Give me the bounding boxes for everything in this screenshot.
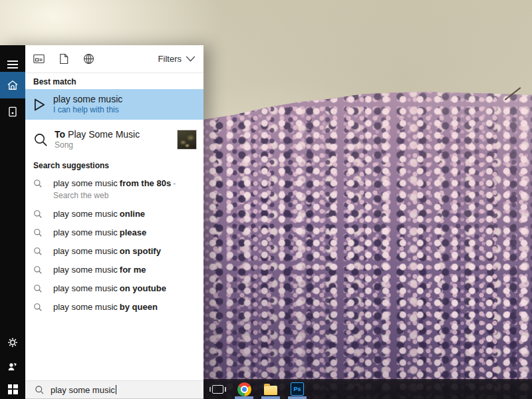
running-indicator <box>261 396 280 399</box>
notebook-icon <box>6 105 19 118</box>
running-indicator <box>235 396 253 399</box>
search-icon <box>33 265 53 275</box>
best-match-header: Best match <box>25 73 203 89</box>
suggestion-bold: by queen <box>120 302 158 312</box>
chrome-icon <box>237 382 251 396</box>
search-icon <box>33 303 53 312</box>
search-icon <box>33 209 53 219</box>
search-icon <box>33 284 53 293</box>
home-icon <box>6 78 19 92</box>
sidebar-item-home-active[interactable] <box>0 72 25 98</box>
search-input-value: play some music <box>51 385 115 395</box>
search-filter-bar: Filters <box>25 45 203 73</box>
suggestion-text: play some music <box>53 265 118 275</box>
song-result[interactable]: ToPlay Some Music Song <box>25 125 203 154</box>
song-result-text: ToPlay Some Music Song <box>55 129 177 150</box>
search-suggestion[interactable]: play some musicfrom the 80s- Search the … <box>25 174 203 205</box>
sidebar-item-feedback[interactable] <box>0 356 25 376</box>
search-suggestion[interactable]: play some musicfor me <box>25 261 203 279</box>
windows-logo-icon <box>8 384 18 394</box>
search-icon <box>33 179 53 188</box>
apps-icon <box>33 54 45 64</box>
suggestion-bold: from the 80s <box>120 178 171 188</box>
search-icon <box>33 132 55 148</box>
cortana-panel: Filters Best match play some music I can… <box>0 45 203 399</box>
suggestion-text: play some music <box>53 209 118 219</box>
best-match-text: play some music I can help with this <box>53 94 122 115</box>
text-caret <box>116 385 116 394</box>
song-title-bold: To <box>55 129 65 140</box>
search-icon <box>33 228 53 237</box>
suggestion-text: play some music <box>53 246 118 256</box>
suggestion-text: play some music <box>53 227 118 237</box>
chevron-down-icon <box>186 56 196 62</box>
search-input[interactable]: play some music <box>25 380 203 399</box>
suggestion-bold: please <box>120 227 146 237</box>
best-match-title: play some music <box>53 94 122 105</box>
hamburger-icon <box>7 59 18 70</box>
search-suggestion[interactable]: play some musicplease <box>25 223 203 242</box>
sidebar-item-notebook[interactable] <box>0 98 25 125</box>
suggestion-bold: for me <box>120 265 146 275</box>
suggestion-text: play some music <box>53 178 118 188</box>
search-suggestions-header: Search suggestions <box>25 154 203 174</box>
start-button[interactable] <box>0 379 25 399</box>
suggestion-bold: on spotify <box>120 246 161 256</box>
screen: Ps <box>0 0 532 399</box>
folder-icon <box>264 386 277 395</box>
filters-dropdown[interactable]: Filters <box>158 54 196 64</box>
song-subtitle: Song <box>55 140 177 150</box>
task-view-icon <box>212 385 223 394</box>
suggestion-text: play some music <box>53 302 118 312</box>
search-suggestion[interactable]: play some musiconline <box>25 205 203 223</box>
song-title: Play Some Music <box>68 129 140 140</box>
suggestion-bold: on youtube <box>120 283 166 293</box>
photoshop-icon: Ps <box>291 382 304 396</box>
running-indicator <box>288 396 307 399</box>
web-filter-button[interactable] <box>83 53 94 65</box>
apps-filter-button[interactable] <box>33 54 45 64</box>
documents-filter-button[interactable] <box>59 53 68 65</box>
document-icon <box>59 53 68 65</box>
search-results-panel: Filters Best match play some music I can… <box>25 45 203 399</box>
task-view-button[interactable] <box>206 379 229 399</box>
album-art-thumbnail <box>177 130 197 150</box>
photoshop-taskbar-button[interactable]: Ps <box>286 379 309 399</box>
search-suggestion[interactable]: play some musicon youtube <box>25 279 203 298</box>
feedback-icon <box>7 361 18 372</box>
best-match-result[interactable]: play some music I can help with this <box>25 89 203 120</box>
search-icon <box>35 385 45 395</box>
file-explorer-taskbar-button[interactable] <box>259 379 282 399</box>
search-suggestion[interactable]: play some musicon spotify <box>25 242 203 261</box>
best-match-subtitle: I can help with this <box>53 105 122 115</box>
taskbar-icons: Ps <box>206 379 313 399</box>
globe-icon <box>83 53 94 65</box>
cortana-sidebar <box>0 45 25 399</box>
suggestion-text: play some music <box>53 283 118 293</box>
filters-label: Filters <box>158 54 182 64</box>
suggestion-bold: online <box>120 209 145 219</box>
sidebar-item-settings[interactable] <box>0 332 25 352</box>
gear-icon <box>7 336 19 348</box>
search-icon <box>33 247 53 256</box>
chrome-taskbar-button[interactable] <box>233 379 255 399</box>
search-suggestion[interactable]: play some musicby queen <box>25 298 203 317</box>
play-icon <box>33 98 53 112</box>
